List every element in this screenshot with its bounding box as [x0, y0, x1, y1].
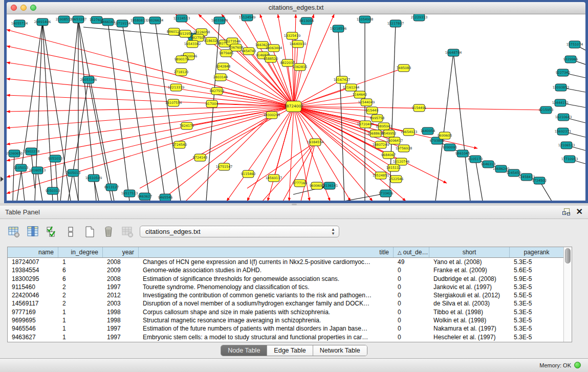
table-cell[interactable]: 0: [394, 324, 429, 333]
table-cell[interactable]: 14569117: [8, 299, 58, 308]
table-cell[interactable]: 5.3E-5: [510, 333, 563, 341]
graph-edge[interactable]: [247, 106, 294, 201]
graph-node[interactable]: 9242848: [216, 63, 230, 70]
table-cell[interactable]: 1998: [103, 308, 139, 316]
graph-edge[interactable]: [160, 115, 272, 201]
graph-node[interactable]: 20891406: [34, 18, 51, 26]
table-cell[interactable]: Hescheler et al. (1997): [429, 333, 510, 341]
table-cell[interactable]: 9463627: [8, 333, 58, 341]
graph-node[interactable]: 19580813: [130, 17, 147, 24]
table-cell[interactable]: Wolkin et al. (1998): [429, 316, 510, 324]
table-cell[interactable]: 18724007: [8, 258, 58, 266]
table-selector-dropdown[interactable]: citations_edges.txt ▲▼: [140, 226, 339, 237]
graph-node[interactable]: 9684067: [381, 151, 396, 159]
table-cell[interactable]: 2012: [103, 291, 139, 299]
graph-node[interactable]: 9699695: [310, 182, 324, 189]
graph-node[interactable]: 1588520: [264, 55, 278, 62]
table-cell[interactable]: Corpus callosum shape and size in male p…: [139, 308, 394, 316]
graph-node[interactable]: 7605013: [66, 169, 80, 177]
column-header-title[interactable]: title: [139, 247, 394, 257]
graph-node[interactable]: 2718120: [174, 69, 188, 76]
graph-edge[interactable]: [7, 106, 294, 112]
table-cell[interactable]: 18300295: [8, 275, 58, 283]
graph-node[interactable]: 7824175: [180, 122, 194, 129]
graph-node[interactable]: 8813054: [299, 17, 314, 25]
table-cell[interactable]: 22420046: [8, 291, 58, 299]
graph-node[interactable]: 9890173: [175, 56, 189, 63]
graph-node[interactable]: 1164642: [353, 91, 367, 98]
table-cell[interactable]: 5.3E-5: [510, 316, 563, 324]
graph-node[interactable]: 8215953: [539, 106, 553, 114]
network-window-titlebar[interactable]: citations_edges.txt: [7, 2, 585, 14]
graph-edge[interactable]: [37, 170, 42, 201]
scrollbar-thumb[interactable]: [565, 248, 571, 264]
table-cell[interactable]: Franke et al. (2009): [429, 266, 510, 274]
graph-edge[interactable]: [7, 106, 294, 144]
graph-edge[interactable]: [283, 142, 315, 201]
table-vertical-scrollbar[interactable]: [563, 247, 572, 342]
table-cell[interactable]: 5.9E-5: [510, 275, 563, 283]
graph-node[interactable]: 10653287: [70, 16, 87, 23]
table-cell[interactable]: 9115460: [8, 283, 58, 291]
graph-node[interactable]: 16510509: [85, 174, 102, 182]
new-column-icon[interactable]: [83, 225, 96, 238]
graph-node[interactable]: 8724143: [193, 154, 207, 161]
graph-node[interactable]: 15124549: [239, 14, 256, 21]
graph-node[interactable]: 10895943: [376, 123, 393, 130]
table-cell[interactable]: Estimation of significance thresholds fo…: [139, 275, 394, 283]
graph-node[interactable]: 9724540: [172, 141, 187, 148]
graph-node[interactable]: 19384554: [307, 139, 324, 146]
table-cell[interactable]: Jankovic et al. (1997): [429, 283, 510, 291]
graph-edge[interactable]: [435, 53, 453, 201]
graph-edge[interactable]: [139, 20, 165, 201]
table-cell[interactable]: 1997: [103, 333, 139, 341]
graph-node[interactable]: 20026624: [147, 17, 164, 24]
table-cell[interactable]: 0: [394, 266, 429, 274]
graph-node[interactable]: 16648784: [445, 49, 462, 56]
graph-node[interactable]: 9050313: [46, 187, 60, 194]
graph-node[interactable]: 16751547: [216, 163, 233, 170]
graph-node[interactable]: 14569117: [266, 174, 282, 182]
table-cell[interactable]: 2008: [103, 275, 139, 283]
column-header-out_de[interactable]: △out_de…: [394, 247, 429, 257]
table-cell[interactable]: 1997: [103, 283, 139, 291]
table-cell[interactable]: 2: [58, 291, 103, 299]
table-cell[interactable]: Yano et al. (2008): [429, 258, 510, 266]
graph-node[interactable]: 1362815: [293, 63, 307, 71]
table-cell[interactable]: 1: [58, 324, 103, 333]
graph-node[interactable]: 12217807: [387, 20, 404, 27]
graph-node[interactable]: 25260650: [7, 150, 23, 157]
column-header-name[interactable]: name: [8, 247, 58, 257]
table-cell[interactable]: 1: [58, 308, 103, 316]
table-cell[interactable]: 0: [394, 308, 429, 316]
table-cell[interactable]: Embryonic stem cells: a model to study s…: [139, 333, 394, 341]
graph-node[interactable]: 9329966: [563, 56, 578, 63]
table-cell[interactable]: Dudbridge et al. (2008): [429, 275, 510, 283]
graph-node[interactable]: 20053346: [80, 76, 97, 83]
graph-edge[interactable]: [206, 20, 220, 201]
graph-node[interactable]: 15720407: [357, 121, 374, 128]
graph-node[interactable]: 16517513: [121, 190, 138, 197]
graph-node[interactable]: 13325419: [284, 32, 301, 39]
graph-node[interactable]: 16210643: [555, 114, 572, 121]
column-header-year[interactable]: year: [103, 247, 139, 257]
graph-node[interactable]: 8186328: [204, 37, 219, 45]
graph-node[interactable]: 8995758: [370, 115, 384, 122]
graph-edge[interactable]: [13, 154, 14, 201]
close-panel-icon[interactable]: ✕: [576, 208, 583, 216]
table-cell[interactable]: Changes of HCN gene expression and I(f) …: [139, 258, 394, 266]
graph-node[interactable]: 8427552: [210, 87, 224, 95]
graph-node[interactable]: 12161264: [343, 84, 360, 91]
table-cell[interactable]: Stergiakouli et al. (2012): [429, 291, 510, 299]
graph-node[interactable]: 2522546: [389, 176, 403, 183]
table-cell[interactable]: 2: [58, 283, 103, 291]
stacked-rows-icon[interactable]: [64, 225, 77, 238]
table-cell[interactable]: 2: [58, 299, 103, 308]
graph-node[interactable]: 13524851: [373, 172, 389, 179]
graph-node[interactable]: 21229313: [411, 14, 428, 21]
table-cell[interactable]: 19384554: [8, 266, 58, 274]
graph-node[interactable]: 12093852: [553, 84, 570, 91]
table-cell[interactable]: Disruption of a novel member of a sodium…: [139, 299, 394, 308]
column-visibility-icon[interactable]: [26, 225, 39, 238]
graph-edge[interactable]: [221, 77, 294, 106]
